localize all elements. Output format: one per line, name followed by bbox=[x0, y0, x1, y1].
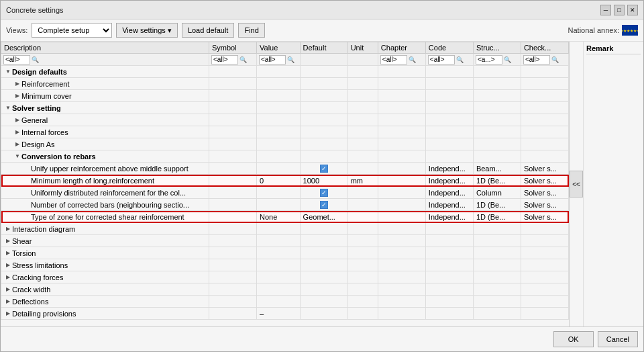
filter-symbol-input[interactable] bbox=[211, 55, 238, 64]
search-description-icon[interactable]: 🔍 bbox=[32, 56, 39, 63]
cell-value bbox=[257, 247, 301, 259]
column-headers: Description Symbol Value Default Unit Ch… bbox=[1, 42, 569, 54]
cell-symbol bbox=[209, 90, 256, 102]
cell-description: ▼Conversion to rebars bbox=[1, 150, 209, 163]
tree-expand-icon[interactable]: ▶ bbox=[13, 92, 21, 100]
table-row[interactable]: ▶Crack width bbox=[1, 283, 569, 296]
col-header-unit: Unit bbox=[347, 42, 378, 54]
tree-expand-icon[interactable]: ▼ bbox=[4, 68, 12, 76]
table-row[interactable]: ▼Conversion to rebars bbox=[1, 150, 569, 163]
filter-check-input[interactable] bbox=[523, 55, 550, 64]
table-row[interactable]: ▶Cracking forces bbox=[1, 271, 569, 283]
tree-expand-icon[interactable]: ▼ bbox=[13, 152, 21, 161]
cell-default bbox=[300, 296, 347, 308]
checkbox-checked-icon[interactable]: ✓ bbox=[320, 189, 328, 197]
search-value-icon[interactable]: 🔍 bbox=[287, 56, 294, 63]
cell-code bbox=[425, 126, 473, 138]
cell-struc bbox=[473, 296, 521, 308]
table-row[interactable]: ▶Minimum cover bbox=[1, 90, 569, 102]
table-row[interactable]: ▼Solver setting bbox=[1, 102, 569, 114]
collapse-panel-button[interactable]: << bbox=[570, 171, 583, 197]
filter-description-input[interactable] bbox=[3, 55, 30, 64]
filter-struc: 🔍 bbox=[473, 54, 521, 66]
search-chapter-icon[interactable]: 🔍 bbox=[409, 56, 416, 63]
cell-value bbox=[257, 126, 301, 138]
cell-chapter bbox=[378, 187, 425, 199]
table-row[interactable]: ▼Design defaults bbox=[1, 66, 569, 78]
tree-expand-icon[interactable]: ▼ bbox=[4, 104, 12, 112]
tree-expand-icon[interactable]: ▶ bbox=[4, 298, 12, 306]
cell-chapter bbox=[378, 308, 425, 320]
tree-expand-icon[interactable]: ▶ bbox=[4, 237, 12, 245]
close-button[interactable]: ✕ bbox=[627, 5, 638, 15]
filter-struc-input[interactable] bbox=[476, 55, 502, 64]
search-code-icon[interactable]: 🔍 bbox=[456, 56, 464, 63]
tree-expand-icon[interactable]: ▶ bbox=[4, 261, 12, 269]
tree-expand-icon[interactable]: ▶ bbox=[13, 80, 21, 88]
checkbox-checked-icon[interactable]: ✓ bbox=[320, 165, 328, 173]
cell-chapter bbox=[378, 138, 425, 150]
cell-check bbox=[521, 259, 568, 271]
table-row[interactable]: ▶General bbox=[1, 114, 569, 126]
filter-code-input[interactable] bbox=[428, 55, 455, 64]
cell-symbol bbox=[209, 259, 256, 271]
window-controls: ─ □ ✕ bbox=[600, 5, 638, 15]
maximize-button[interactable]: □ bbox=[614, 5, 625, 15]
table-row[interactable]: ▶Detailing provisions– bbox=[1, 308, 569, 320]
table-row[interactable]: Type of zone for corrected shear reinfor… bbox=[1, 211, 569, 223]
tree-expand-icon[interactable]: ▶ bbox=[13, 116, 21, 124]
tree-expand-icon[interactable]: ▶ bbox=[13, 128, 21, 136]
table-row[interactable]: Unify upper reinforcement above middle s… bbox=[1, 163, 569, 175]
cell-code bbox=[425, 259, 473, 271]
find-button[interactable]: Find bbox=[238, 23, 264, 38]
cell-symbol bbox=[209, 199, 256, 211]
cell-default: Geomet... bbox=[300, 211, 347, 223]
checkbox-checked-icon[interactable]: ✓ bbox=[320, 201, 328, 209]
cell-struc bbox=[473, 138, 521, 150]
filter-chapter-input[interactable] bbox=[380, 55, 407, 64]
table-row[interactable]: ▶Interaction diagram bbox=[1, 223, 569, 235]
cell-default bbox=[300, 271, 347, 283]
search-symbol-icon[interactable]: 🔍 bbox=[239, 56, 247, 63]
row-label: Unify upper reinforcement above middle s… bbox=[31, 165, 189, 173]
views-select[interactable]: Complete setup bbox=[32, 23, 112, 38]
view-settings-button[interactable]: View settings ▾ bbox=[116, 23, 178, 38]
filter-value-input[interactable] bbox=[259, 55, 286, 64]
cell-chapter bbox=[378, 150, 425, 163]
national-annex-label: National annex: bbox=[568, 26, 619, 34]
ok-button[interactable]: OK bbox=[553, 331, 594, 347]
cell-struc bbox=[473, 78, 521, 90]
load-default-button[interactable]: Load default bbox=[182, 23, 235, 38]
tree-expand-icon[interactable]: ▶ bbox=[4, 273, 12, 281]
minimize-button[interactable]: ─ bbox=[600, 5, 611, 15]
table-row[interactable]: ▶Reinforcement bbox=[1, 78, 569, 90]
table-row[interactable]: ▶Design As bbox=[1, 138, 569, 150]
search-struc-icon[interactable]: 🔍 bbox=[504, 56, 511, 63]
tree-expand-icon[interactable]: ▶ bbox=[4, 249, 12, 257]
cell-description: Type of zone for corrected shear reinfor… bbox=[1, 211, 209, 223]
tree-expand-icon[interactable]: ▶ bbox=[13, 140, 21, 148]
tree-expand-icon[interactable]: ▶ bbox=[4, 285, 12, 294]
cell-code: Independ... bbox=[425, 163, 473, 175]
table-row[interactable]: ▶Shear bbox=[1, 235, 569, 247]
tree-expand-icon[interactable]: ▶ bbox=[4, 310, 12, 318]
cancel-button[interactable]: Cancel bbox=[598, 331, 638, 347]
table-row[interactable]: Minimum length of long.reinforcement0100… bbox=[1, 175, 569, 187]
tree-expand-icon[interactable]: ▶ bbox=[4, 225, 12, 233]
cell-unit bbox=[347, 308, 378, 320]
table-row[interactable]: ▶Internal forces bbox=[1, 126, 569, 138]
cell-struc bbox=[473, 259, 521, 271]
table-row[interactable]: ▶Stress limitations bbox=[1, 259, 569, 271]
table-row[interactable]: Uniformly distributed reinforcement for … bbox=[1, 187, 569, 199]
cell-check bbox=[521, 308, 568, 320]
cell-chapter bbox=[378, 296, 425, 308]
cell-description: ▶Crack width bbox=[1, 283, 209, 296]
cell-unit bbox=[347, 187, 378, 199]
table-row[interactable]: Number of corrected bars (neighbouring s… bbox=[1, 199, 569, 211]
search-check-icon[interactable]: 🔍 bbox=[551, 56, 559, 63]
table-row[interactable]: ▶Torsion bbox=[1, 247, 569, 259]
table-row[interactable]: ▶Deflections bbox=[1, 296, 569, 308]
cell-symbol bbox=[209, 66, 256, 78]
col-header-code: Code bbox=[425, 42, 473, 54]
cell-chapter bbox=[378, 78, 425, 90]
